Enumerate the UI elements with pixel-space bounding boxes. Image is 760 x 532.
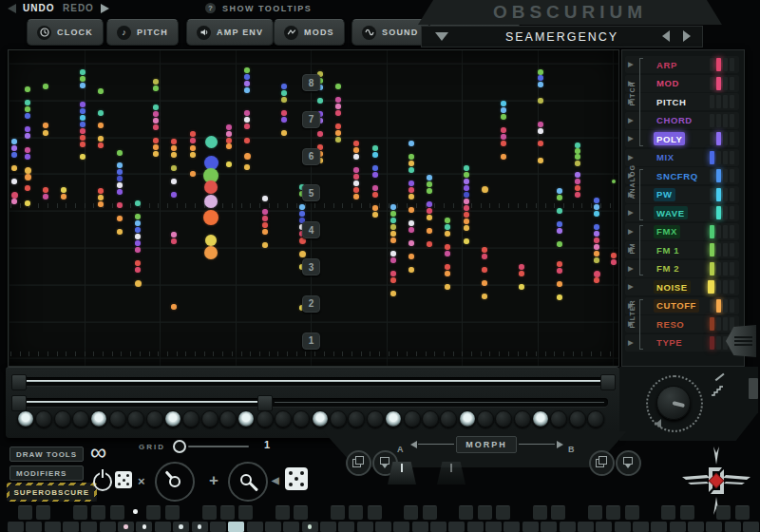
seq-dot[interactable] [262,196,267,200]
expand-arrow-icon[interactable]: ▶ [628,153,634,162]
seq-dot[interactable] [408,180,413,185]
seq-dot[interactable] [408,141,413,145]
step-button[interactable] [477,410,494,428]
tab-mods[interactable]: MODS [274,19,345,46]
step-button[interactable] [532,410,549,428]
white-key[interactable] [522,522,539,532]
black-key[interactable] [459,505,473,520]
seq-dot[interactable] [135,280,142,287]
seq-dot[interactable] [575,142,580,147]
step-button[interactable] [459,410,476,428]
seq-dot[interactable] [594,257,598,262]
step-button[interactable] [440,410,457,428]
apply-left-arrow[interactable]: ◀ [272,475,279,485]
seq-dot[interactable] [43,130,48,135]
seq-dot[interactable] [171,139,176,143]
seq-dot[interactable] [538,98,542,103]
seq-dot[interactable] [353,174,358,179]
step-button[interactable] [256,410,274,428]
seq-dot[interactable] [594,251,598,256]
seq-dot[interactable] [244,117,249,122]
white-key[interactable] [504,522,520,532]
seq-dot[interactable] [43,123,48,127]
seq-dot[interactable] [427,201,431,206]
param-mini-fader[interactable] [710,225,735,238]
seq-dot[interactable] [557,188,561,193]
seq-dot[interactable] [445,224,449,229]
seq-dot[interactable] [501,154,505,159]
black-key[interactable] [349,505,363,520]
seq-dot[interactable] [153,86,158,90]
preset-name[interactable]: SEAMERGENCY [422,30,702,44]
seq-dot[interactable] [408,194,413,199]
step-button[interactable] [422,410,439,428]
step-button[interactable] [109,410,126,428]
seq-dot[interactable] [190,138,195,142]
seq-dot[interactable] [117,176,122,180]
expand-arrow-icon[interactable]: ▶ [628,134,634,142]
seq-dot[interactable] [501,141,505,145]
black-key[interactable] [496,505,510,520]
seq-dot[interactable] [25,126,29,131]
step-button[interactable] [348,410,365,428]
step-button[interactable] [495,410,512,428]
seq-dot[interactable] [135,234,140,238]
seq-dot[interactable] [80,76,85,81]
seq-dot[interactable] [11,139,16,143]
white-key[interactable] [688,522,704,532]
seq-dot[interactable] [335,130,340,135]
seq-dot[interactable] [244,74,249,79]
seq-dot[interactable] [25,174,31,180]
white-key[interactable] [228,522,244,532]
white-key[interactable] [467,522,484,532]
seq-dot[interactable] [135,247,140,252]
black-key[interactable] [423,505,437,520]
seq-dot[interactable] [281,90,286,95]
seq-dot[interactable] [171,238,176,243]
step-button[interactable] [404,410,421,428]
seq-dot[interactable] [117,216,122,220]
white-key[interactable] [338,522,354,532]
step-button[interactable] [312,410,329,428]
randomize-b-button[interactable] [616,450,641,476]
seq-dot[interactable] [43,187,48,192]
param-mini-fader[interactable] [710,114,735,127]
seq-dot[interactable] [98,88,103,93]
step-button[interactable] [17,410,34,428]
seq-dot[interactable] [390,291,395,295]
black-key[interactable] [331,505,345,520]
grid-slider-handle[interactable] [173,440,186,453]
expand-arrow-icon[interactable]: ▶ [628,227,634,236]
seq-dot[interactable] [353,147,358,152]
seq-dot[interactable] [117,229,122,234]
seq-dot[interactable] [226,162,231,166]
seq-dot[interactable] [538,82,542,86]
black-key[interactable] [110,505,124,520]
seq-dot[interactable] [117,189,122,194]
seq-dot[interactable] [226,124,231,129]
seq-dot[interactable] [408,254,413,258]
seq-dot[interactable] [117,202,122,207]
preset-next-button[interactable] [683,30,691,42]
seq-dot[interactable] [390,218,395,222]
seq-dot[interactable] [445,271,449,276]
seq-dot[interactable] [317,98,322,103]
seq-dot[interactable] [445,231,449,236]
step-button[interactable] [90,410,107,428]
param-mini-fader[interactable] [710,299,735,313]
step-glide-icon[interactable] [711,386,724,397]
seq-dot[interactable] [353,167,358,172]
seq-dot[interactable] [464,172,468,177]
modifiers-button[interactable]: MODIFIERS [10,466,84,481]
seq-dot[interactable] [262,222,267,227]
seq-dot[interactable] [281,130,286,135]
seq-dot[interactable] [135,267,140,272]
seq-dot[interactable] [390,277,395,282]
seq-dot[interactable] [557,208,561,213]
seq-dot[interactable] [244,124,249,128]
black-key[interactable] [276,505,290,520]
zoom-knob[interactable] [228,462,268,502]
seq-dot[interactable] [244,164,249,169]
white-key[interactable] [596,522,612,532]
undo-icon[interactable] [8,4,16,13]
